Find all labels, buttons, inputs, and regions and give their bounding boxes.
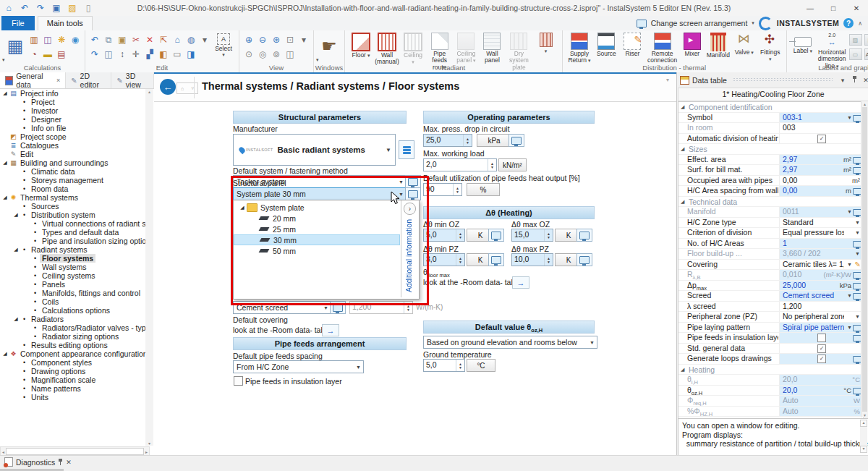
results-icon[interactable]: ▤ <box>55 48 68 61</box>
expand-arrow-icon[interactable]: ◢ <box>238 205 247 211</box>
dots-icon[interactable]: ▾ <box>198 33 211 46</box>
catalogue-button[interactable] <box>399 140 414 159</box>
description-scrollbar[interactable]: ▴▾ <box>860 420 867 453</box>
expand-arrow-icon[interactable]: ◢ <box>12 316 20 322</box>
property-row-effect-area[interactable]: Effect. area2,97m² <box>678 155 863 166</box>
property-row-[interactable]: %ΦHZ,HAuto% <box>678 407 863 417</box>
screed-monitor-button[interactable] <box>330 301 346 314</box>
tree-item-building-and-surroundings[interactable]: ◢▦Building and surroundings <box>0 158 145 167</box>
expand-panel-button[interactable]: › <box>404 203 416 215</box>
checkbox[interactable]: ✓ <box>817 355 826 363</box>
expand-arrow-icon[interactable]: ◢ <box>681 144 684 154</box>
ribbon-button-mixer[interactable]: Mixer <box>679 32 705 58</box>
property-value-cell[interactable]: 0,010(m²·K)/W <box>779 270 863 280</box>
abc-icon[interactable]: Abc <box>864 48 868 60</box>
img2-icon[interactable]: ▤ <box>864 34 868 46</box>
tree-item-storeys-management[interactable]: •Storeys management <box>0 176 145 184</box>
tree-item-floor-systems[interactable]: •Floor systems <box>0 254 145 263</box>
property-value-cell[interactable]: Ceramic tiles λ= 1,0 10mm - 0,01▼✎ <box>779 260 863 270</box>
expand-arrow-icon[interactable]: ◢ <box>681 197 684 207</box>
lift-icon[interactable]: ⌂ <box>171 33 184 46</box>
copy-icon[interactable]: ⧉ <box>102 33 115 46</box>
property-row-p[interactable]: Δpmax25,000kPa <box>678 281 863 292</box>
property-row-pipe-laying-pattern[interactable]: Pipe laying patternSpiral pipe pattern▼ <box>678 323 863 334</box>
property-row-occupied-area-with-pipes[interactable]: Occupied area with pipes0,00m² <box>678 176 863 187</box>
chevron-down-icon[interactable]: ▼ <box>855 228 860 238</box>
property-value-cell[interactable]: 3,660 / 202▼ <box>779 249 863 259</box>
default-system-monitor-button[interactable] <box>405 175 421 188</box>
ground-temperature-spinner[interactable]: 5,0▲▼ <box>423 359 465 372</box>
property-value-cell[interactable]: ✓ <box>779 134 863 144</box>
dropdown-option-25-mm[interactable]: 25 mm <box>234 224 400 234</box>
property-value-cell[interactable] <box>779 333 863 343</box>
tree-item-magnification-scale[interactable]: •Magnification scale <box>0 375 145 384</box>
property-value-cell[interactable]: 003 <box>779 123 863 133</box>
ribbon-button-riser[interactable]: Riser <box>619 32 645 58</box>
ribbon-button-label[interactable]: Label ▾ <box>790 32 816 55</box>
property-row-symbol[interactable]: Symbol003-1▼ <box>678 113 863 124</box>
select-button[interactable]: ASelect▾ <box>211 32 236 58</box>
chevron-down-icon[interactable]: ▾ <box>838 77 847 84</box>
diagnostics-tab[interactable]: Diagnostics ✕ <box>1 457 75 467</box>
property-value-cell[interactable]: Spiral pipe pattern▼ <box>779 323 863 333</box>
dropdown-root-system-plate[interactable]: ◢System plate <box>234 202 400 213</box>
file-menu-button[interactable]: File <box>1 16 35 30</box>
calculator-icon[interactable]: ▦ <box>3 32 27 61</box>
property-value-cell[interactable]: 25,000kPa <box>779 281 863 291</box>
close-button[interactable]: ✕ <box>845 1 868 16</box>
tree-item-sources[interactable]: •Sources <box>0 202 145 211</box>
zoom-box-icon[interactable]: ⊡ <box>284 33 297 46</box>
chart-icon[interactable]: ▥ <box>27 33 41 46</box>
property-value-cell[interactable]: ✓ <box>779 344 863 354</box>
spacing-combo[interactable]: From H/C Zone▼ <box>233 360 364 373</box>
tree-vertical-scrollbar[interactable]: ▴▾ <box>145 89 153 446</box>
dropdown-option-30-mm[interactable]: 30 mm <box>234 234 400 245</box>
property-value-cell[interactable]: 0,00m² <box>779 176 863 186</box>
tree-item-radiators-radiator-valves-types-and-defa[interactable]: •Radiators/Radiator valves - types and d… <box>0 323 145 332</box>
pencil-icon[interactable]: ✎ <box>855 260 861 270</box>
ruler-icon[interactable]: ▭ <box>171 48 184 61</box>
tree-item-name-patterns[interactable]: •Name patterns <box>0 384 145 393</box>
tree-item-edit[interactable]: ✎Edit <box>0 150 145 158</box>
sidebar-tab-3d-view[interactable]: ✎3D view <box>111 72 154 88</box>
expand-arrow-icon[interactable]: ◢ <box>1 90 9 96</box>
property-value-cell[interactable]: Standard▼ <box>779 218 863 228</box>
property-value-cell[interactable]: 1,200 <box>779 302 863 312</box>
redo-icon[interactable]: ↷ <box>88 48 101 61</box>
ribbon-button-wall-manual[interactable]: Wall (manual) <box>374 32 400 67</box>
drag-texture[interactable] <box>733 77 833 82</box>
tree-item-results-editing-options[interactable]: •Results editing options <box>0 341 145 349</box>
valign-icon[interactable]: ↕ <box>116 48 129 61</box>
property-row-screed[interactable]: λ screed1,200 <box>678 302 863 313</box>
tree-item-calculations-options[interactable]: •Calculations options <box>0 306 145 315</box>
tree-item-pipe-and-insulation-sizing-options[interactable]: •Pipe and insulation sizing options <box>0 237 145 245</box>
pin-icon[interactable] <box>58 459 63 465</box>
property-row-r[interactable]: Rλ,B0,010(m²·K)/W <box>678 270 863 281</box>
expand-arrow-icon[interactable]: ◢ <box>12 247 20 253</box>
tree-item-thermal-systems[interactable]: ◢✺Thermal systems <box>0 193 145 202</box>
new-file-icon[interactable]: ▯ <box>81 1 95 14</box>
chevron-down-icon[interactable]: ▼ <box>855 249 860 259</box>
structural-panel-monitor-button[interactable] <box>405 187 421 200</box>
img1-icon[interactable]: ▨ <box>849 34 862 46</box>
tab-main-tools[interactable]: Main tools <box>38 16 93 30</box>
minimize-button[interactable]: — <box>799 1 822 16</box>
tree-item-room-data[interactable]: •Room data <box>0 184 145 193</box>
dtheta-min-pz-spinner[interactable]: 3,0▲▼ <box>423 253 465 266</box>
ribbon-button-supply-return[interactable]: Supply Return ▾ <box>566 32 594 65</box>
max-working-load-spinner[interactable]: 2,0▲▼ <box>423 158 497 171</box>
zoom-all-icon[interactable]: ◎ <box>256 48 269 61</box>
zoom-out-icon[interactable]: ⊖ <box>256 33 269 46</box>
property-row-surf-for-bill-mat[interactable]: Surf. for bill mat.2,97m² <box>678 165 863 176</box>
zoom-in-icon[interactable]: ⊕ <box>242 33 255 46</box>
tree-item-project[interactable]: •Project <box>0 98 145 106</box>
mirror-icon[interactable]: ◧ <box>157 48 170 61</box>
property-row-[interactable]: θoz,H20,0°C <box>678 386 863 396</box>
expand-arrow-icon[interactable]: ◢ <box>12 212 20 218</box>
form-pin-icon[interactable]: ▾ <box>666 77 669 83</box>
celsius-unit-button[interactable]: °C <box>467 359 495 372</box>
help-icon[interactable]: ? <box>843 18 854 28</box>
dtheta-max-oz-monitor[interactable] <box>576 229 592 242</box>
structural-panel-combo[interactable]: System plate 30 mm▼ <box>233 187 407 200</box>
screed-combo[interactable]: Cement screed▼ <box>233 301 331 314</box>
